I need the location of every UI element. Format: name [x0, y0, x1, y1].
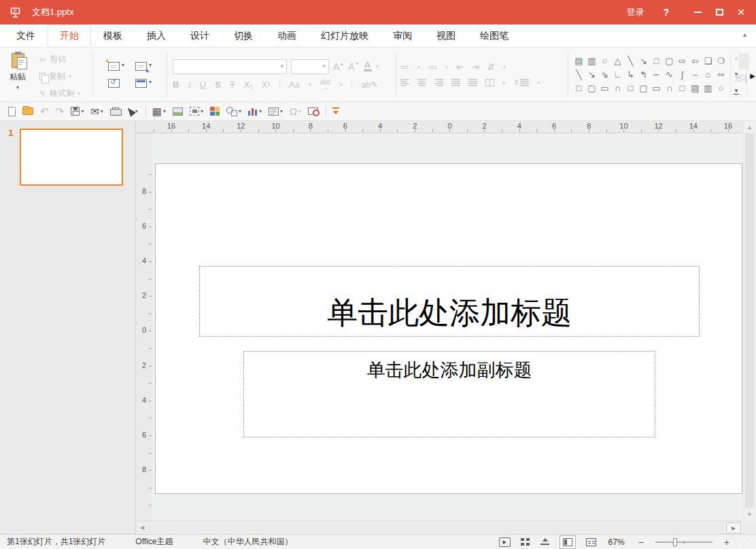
zoom-slider[interactable]: [655, 537, 712, 547]
title-placeholder[interactable]: 单击此处添加标题: [199, 266, 700, 337]
collapse-ribbon-icon[interactable]: ▲: [742, 31, 748, 38]
menu-tab[interactable]: 模板: [91, 24, 135, 47]
decrease-font-button[interactable]: A▼: [348, 61, 359, 72]
bold-button[interactable]: B: [173, 80, 179, 90]
close-button[interactable]: ✕: [730, 0, 752, 24]
shape-cell[interactable]: △: [611, 54, 624, 68]
decrease-indent-button[interactable]: ⇤: [456, 62, 464, 72]
shape-cell[interactable]: ⇘: [598, 68, 611, 82]
toolbar-button[interactable]: [20, 103, 36, 120]
toolbar-button[interactable]: [145, 106, 146, 117]
menu-tab[interactable]: 动画: [265, 24, 309, 47]
toolbar-button[interactable]: [326, 106, 326, 117]
menu-tab[interactable]: 设计: [178, 24, 222, 47]
slide-page[interactable]: 单击此处添加标题 单击此处添加副标题: [155, 163, 742, 494]
shape-cell[interactable]: ▤: [689, 82, 702, 95]
shape-cell[interactable]: ↘: [585, 68, 598, 82]
shape-cell[interactable]: ╲: [624, 54, 637, 68]
scroll-left-icon[interactable]: ◀: [140, 521, 144, 534]
shape-cell[interactable]: ↰: [637, 68, 650, 82]
shape-cell[interactable]: ○: [715, 82, 727, 95]
menu-tab[interactable]: 开始: [48, 24, 91, 47]
scroll-right-button[interactable]: ▶: [726, 522, 741, 533]
gallery-more-icon[interactable]: ▼: [734, 88, 739, 95]
highlight-button[interactable]: ab✎: [361, 80, 378, 90]
shape-cell[interactable]: ⇦: [689, 54, 702, 68]
toolbar-button[interactable]: ▾: [124, 103, 141, 120]
reset-slide-button[interactable]: [108, 79, 124, 88]
toolbar-button[interactable]: ▾: [224, 103, 244, 120]
shape-cell[interactable]: ▢: [637, 82, 650, 95]
toolbar-button[interactable]: Ω ▾: [287, 103, 304, 120]
shape-cell[interactable]: ʃ: [676, 68, 689, 82]
zoom-in-button[interactable]: +: [723, 537, 731, 548]
slide-sorter-view-icon[interactable]: [521, 538, 530, 546]
subtitle-placeholder[interactable]: 单击此处添加副标题: [243, 351, 655, 437]
paste-dropdown-icon[interactable]: ▾: [16, 84, 19, 90]
numbering-button[interactable]: ≕: [428, 62, 437, 72]
distribute-button[interactable]: [468, 79, 477, 86]
zoom-out-button[interactable]: −: [637, 537, 645, 548]
toolbar-button[interactable]: [107, 103, 123, 120]
bullets-button[interactable]: ≔: [400, 62, 409, 72]
shape-cell[interactable]: □: [572, 82, 585, 95]
presenter-view-icon[interactable]: [540, 538, 549, 546]
superscript-button[interactable]: X¹: [262, 80, 271, 90]
menu-tab[interactable]: 幻灯片放映: [309, 24, 381, 47]
statusbar-text[interactable]: 中文（中华人民共和国）: [203, 536, 292, 548]
help-button[interactable]: ?: [663, 7, 669, 18]
shape-cell[interactable]: ❍: [715, 54, 727, 68]
shape-cell[interactable]: ∾: [715, 68, 727, 82]
paste-button[interactable]: 粘贴 ▾: [1, 52, 34, 101]
shape-cell[interactable]: ↳: [624, 68, 637, 82]
menu-tab[interactable]: 切换: [222, 24, 265, 47]
vertical-scrollbar[interactable]: ▲ ▼: [742, 121, 756, 520]
justify-button[interactable]: [451, 79, 460, 86]
shape-fill-button-cutoff[interactable]: [738, 53, 749, 69]
font-name-select[interactable]: [173, 59, 287, 74]
toolbar-button[interactable]: ↶: [37, 103, 52, 120]
statusbar-text[interactable]: 第1张幻灯片，共1张幻灯片: [7, 536, 105, 548]
shape-cell[interactable]: ∩: [611, 82, 624, 95]
normal-view-button[interactable]: [560, 535, 576, 549]
shape-cell[interactable]: ▢: [663, 54, 676, 68]
toolbar-button[interactable]: ▾: [68, 103, 86, 120]
shape-cell[interactable]: ∿: [663, 68, 676, 82]
toolbar-button[interactable]: ▦ ▾: [150, 103, 169, 120]
zoom-slider-handle[interactable]: [673, 538, 677, 546]
toolbar-button[interactable]: ▾: [187, 103, 206, 120]
play-slideshow-button[interactable]: [499, 537, 511, 547]
toolbar-button[interactable]: ✉ ▾: [88, 103, 106, 120]
menu-tab[interactable]: 插入: [135, 24, 178, 47]
toolbar-button[interactable]: [305, 103, 321, 120]
font-size-select[interactable]: [291, 59, 329, 74]
cut-button[interactable]: ✂ 剪切: [39, 54, 80, 65]
align-right-button[interactable]: [434, 79, 443, 86]
slide-thumbnail[interactable]: [20, 129, 123, 186]
section-button[interactable]: ▾: [135, 79, 152, 88]
shape-cell[interactable]: □: [650, 54, 663, 68]
shape-cell[interactable]: ∽: [650, 68, 663, 82]
italic-button[interactable]: I: [188, 80, 190, 90]
new-slide-button[interactable]: ▾: [108, 62, 124, 71]
shape-cell[interactable]: ▤: [572, 54, 585, 68]
shape-cell[interactable]: ▥: [702, 82, 715, 95]
menu-tab[interactable]: 审阅: [381, 24, 424, 47]
strikethrough-button[interactable]: Ŧ: [230, 80, 235, 90]
align-center-button[interactable]: [417, 79, 426, 86]
increase-font-button[interactable]: A▲: [333, 61, 344, 72]
shape-cell[interactable]: ↘: [637, 54, 650, 68]
toolbar-button[interactable]: ▾: [266, 103, 286, 120]
columns-button[interactable]: [485, 79, 494, 86]
align-left-button[interactable]: [400, 79, 409, 86]
shape-cell[interactable]: ∩: [663, 82, 676, 95]
toolbar-button[interactable]: ▾: [245, 103, 264, 120]
text-direction-button[interactable]: ⇵: [487, 62, 495, 72]
toolbar-button[interactable]: [330, 103, 342, 120]
shape-cell[interactable]: ⌢: [689, 68, 702, 82]
login-button[interactable]: 登录: [626, 6, 644, 18]
shadow-button[interactable]: S: [215, 80, 221, 90]
shape-cell[interactable]: ❏: [702, 54, 715, 68]
scroll-down-icon[interactable]: ▼: [743, 510, 756, 519]
toolbar-button[interactable]: ↷: [53, 103, 67, 120]
